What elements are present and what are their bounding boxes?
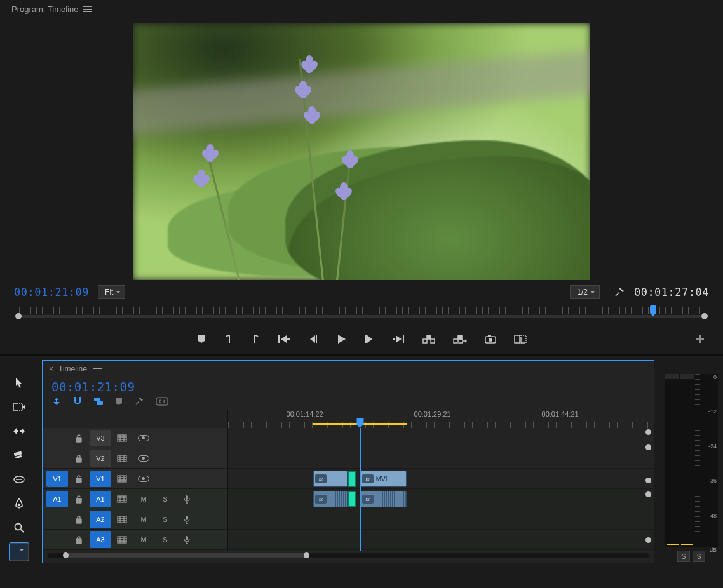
vscroll-marker[interactable] — [645, 478, 651, 483]
track-target[interactable]: V3 — [90, 430, 111, 446]
vscroll-marker[interactable] — [645, 537, 651, 543]
type-tool[interactable] — [10, 543, 29, 561]
lock-track-button[interactable] — [68, 454, 90, 463]
timeline-playhead[interactable] — [356, 418, 363, 425]
linked-selection-toggle[interactable] — [93, 397, 104, 406]
source-patch[interactable] — [46, 450, 68, 467]
audio-clip[interactable]: fx — [360, 491, 407, 507]
video-clip[interactable]: fx — [313, 471, 348, 487]
track-row[interactable] — [228, 489, 654, 509]
zoom-level-select[interactable]: Fit — [98, 285, 125, 299]
vscroll-marker[interactable] — [645, 429, 651, 435]
timeline-panel-menu[interactable] — [92, 363, 104, 374]
track-row[interactable] — [228, 530, 654, 550]
track-target[interactable]: V1 — [90, 471, 111, 487]
play-button[interactable] — [336, 334, 346, 344]
source-patch[interactable]: V1 — [46, 471, 68, 487]
selection-tool[interactable] — [10, 374, 29, 392]
sync-lock-button[interactable] — [111, 475, 133, 483]
timeline-ruler[interactable]: 00:01:14:2200:01:29:2100:01:44:21 — [228, 410, 654, 428]
voiceover-record-button[interactable] — [176, 515, 198, 524]
lock-track-button[interactable] — [68, 434, 90, 443]
source-patch[interactable]: A1 — [46, 491, 68, 507]
captions-toggle[interactable] — [156, 397, 168, 406]
timeline-hscroll[interactable] — [48, 553, 649, 558]
settings-wrench-icon[interactable] — [614, 286, 625, 298]
solo-button[interactable]: S — [154, 495, 176, 503]
export-frame-button[interactable] — [485, 335, 496, 344]
solo-button[interactable]: S — [154, 536, 176, 544]
program-timecode-in[interactable]: 00:01:21:09 — [14, 286, 89, 298]
sync-lock-button[interactable] — [111, 434, 133, 442]
track-target[interactable]: A1 — [90, 491, 111, 507]
sync-lock-button[interactable] — [111, 516, 133, 523]
timeline-tab-label[interactable]: Timeline — [58, 364, 87, 373]
timeline-track-area[interactable]: fxfxMVIfxfx — [228, 428, 654, 551]
sync-lock-button[interactable] — [111, 495, 133, 503]
timeline-timecode[interactable]: 00:01:21:09 — [51, 380, 135, 394]
button-editor[interactable] — [695, 334, 705, 344]
source-patch[interactable] — [46, 531, 68, 548]
mark-in-button[interactable] — [224, 334, 233, 344]
lock-track-button[interactable] — [68, 515, 90, 524]
timeline-tab-close[interactable]: × — [49, 364, 53, 373]
comparison-view-button[interactable] — [514, 335, 527, 344]
track-row[interactable] — [228, 448, 654, 469]
pen-tool[interactable] — [10, 495, 29, 512]
mark-out-button[interactable] — [251, 334, 260, 344]
program-scrubber[interactable] — [14, 305, 709, 324]
step-back-button[interactable] — [308, 335, 318, 344]
edit-point-marker[interactable] — [348, 471, 356, 487]
sync-lock-button[interactable] — [111, 536, 133, 544]
toggle-track-output[interactable] — [133, 435, 154, 441]
solo-button[interactable]: S — [154, 516, 176, 523]
zoom-tool[interactable] — [10, 519, 29, 537]
voiceover-record-button[interactable] — [176, 535, 198, 544]
timeline-settings-button[interactable] — [134, 396, 144, 406]
mute-button[interactable]: M — [133, 536, 154, 544]
scrubber-zoom-right[interactable] — [701, 313, 708, 319]
snap-toggle[interactable] — [73, 397, 82, 406]
toggle-track-output[interactable] — [133, 476, 154, 482]
mute-button[interactable]: M — [133, 516, 154, 523]
hscroll-zoom-right[interactable] — [304, 552, 309, 558]
razor-tool[interactable] — [10, 446, 29, 464]
track-row[interactable] — [228, 509, 654, 530]
slip-tool[interactable] — [10, 471, 29, 488]
insert-nest-toggle[interactable] — [51, 397, 62, 406]
track-target[interactable]: V2 — [90, 450, 111, 467]
sync-lock-button[interactable] — [111, 455, 133, 462]
go-to-in-button[interactable] — [278, 335, 290, 344]
lift-button[interactable] — [422, 335, 435, 344]
playhead-line[interactable] — [360, 428, 361, 551]
vscroll-marker[interactable] — [645, 491, 651, 497]
ripple-edit-tool[interactable] — [10, 422, 29, 440]
track-target[interactable]: A2 — [90, 511, 111, 528]
step-forward-button[interactable] — [364, 335, 374, 344]
source-patch[interactable] — [46, 430, 68, 446]
source-patch[interactable] — [46, 511, 68, 528]
audio-clip[interactable]: fx — [313, 491, 348, 507]
voiceover-record-button[interactable] — [176, 495, 198, 504]
toggle-track-output[interactable] — [133, 455, 154, 462]
markers-toggle[interactable] — [115, 397, 123, 406]
add-marker-button[interactable] — [196, 334, 206, 344]
program-panel-menu[interactable] — [82, 4, 93, 15]
track-row[interactable] — [228, 428, 654, 448]
track-target[interactable]: A3 — [90, 531, 111, 548]
program-playhead[interactable] — [650, 305, 656, 313]
go-to-out-button[interactable] — [392, 335, 405, 344]
solo-left-button[interactable]: S — [677, 551, 690, 562]
video-clip[interactable]: fxMVI — [360, 471, 407, 487]
vscroll-marker[interactable] — [645, 444, 651, 450]
extract-button[interactable] — [453, 335, 467, 344]
lock-track-button[interactable] — [68, 535, 90, 544]
lock-track-button[interactable] — [68, 495, 90, 504]
track-select-tool[interactable] — [10, 398, 29, 416]
track-row[interactable] — [228, 469, 654, 489]
program-monitor-video[interactable] — [133, 23, 590, 280]
playback-resolution-select[interactable]: 1/2 — [570, 285, 600, 299]
lock-track-button[interactable] — [68, 474, 90, 483]
solo-right-button[interactable]: S — [693, 551, 705, 562]
scrubber-zoom-left[interactable] — [15, 313, 22, 319]
